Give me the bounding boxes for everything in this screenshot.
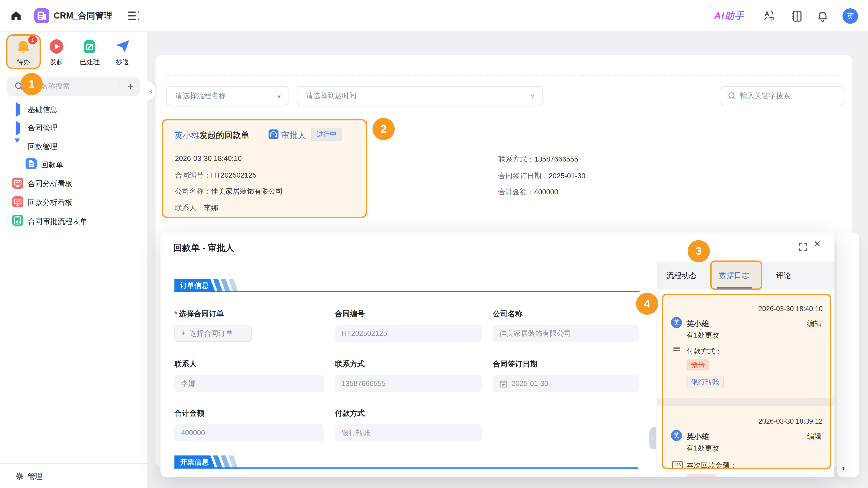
sign-date-input[interactable]: 2025-01-30 [493,375,640,392]
user-avatar[interactable]: 英 [842,8,858,24]
processed-button[interactable]: 已处理 [73,34,106,68]
status-badge: 进行中 [311,128,342,141]
processed-label: 已处理 [73,58,106,67]
cc-send-icon [115,38,131,56]
todo-badge: 1 [28,35,37,44]
sidebar: 1 待办 发起 已处理 抄送 输入名称搜索 [0,32,147,488]
log-action-edit: 编辑 [807,431,822,441]
app-title: CRM_合同管理 [54,0,112,32]
sidebar-collapse-handle[interactable]: ‹ [147,81,156,101]
card-field: 合同编号：HT202502125 [175,170,256,180]
panel-collapse-handle[interactable]: › [649,427,656,449]
drawer-expand-icon[interactable]: › [842,464,845,473]
field-label-sign-date: 合同签订日期 [493,359,537,369]
log-summary: 有1处更改 [686,443,719,453]
translate-icon[interactable]: A中 [763,9,776,25]
todo-label: 待办 [6,58,40,67]
chevron-down-icon: ∨ [277,92,281,100]
payment-doc-icon [26,158,37,169]
gear-icon [16,472,24,482]
field-label-pay-method: 付款方式 [335,408,365,418]
dotted-divider [166,75,843,76]
active-tab-underline [717,287,752,289]
log-field-name: 本次回款金额： [686,460,737,470]
log-avatar: 英 [671,430,682,441]
contact-input[interactable]: 李娜 [174,375,324,392]
initiate-play-icon [48,38,65,57]
sidebar-search-placeholder: 输入名称搜索 [27,77,70,96]
tree-arrow-down-icon[interactable] [14,143,20,153]
arrive-time-placeholder: 请选择到达时间 [306,87,356,104]
sidebar-item-payment-dashboard[interactable]: 回款分析看板 [28,197,72,207]
section-order-info: 订单信息 [174,279,340,292]
todo-button[interactable]: 1 待办 [6,34,40,68]
pay-method-input[interactable]: 银行转账 [335,424,482,442]
log-old-value-tag-clipped [686,474,717,477]
card-field: 合同签订日期：2025-01-30 [498,171,585,181]
cc-label: 抄送 [106,58,139,67]
workflow-node-icon [269,129,278,139]
contract-no-input[interactable]: HT202502125 [335,325,482,342]
card-initiator[interactable]: 英小雄 [174,130,199,141]
close-icon[interactable]: × [814,237,820,250]
top-bar: CRM_合同管理 AI助手 A中 英 [0,0,868,32]
field-label-contract-no: 合同编号 [335,309,365,319]
chevron-down-icon: ∨ [530,92,535,100]
field-label-contact: 联系人 [174,359,197,369]
log-entry-time: 2026-03-30 18:40:10 [690,305,823,313]
arrive-time-select[interactable]: 请选择到达时间 ∨ [297,86,543,105]
keyword-search-placeholder: 输入关键字搜索 [740,87,790,104]
approval-modal: 回款单 - 审批人 × 订单信息 *选择合同订单 合同编号 公司名称 +选择合同… [160,232,834,477]
calendar-icon [499,380,508,390]
tab-process-dynamics[interactable]: 流程动态 [666,262,696,289]
keyword-search[interactable]: 输入关键字搜索 [720,86,844,105]
total-amount-input[interactable]: 400000 [174,424,324,442]
flow-name-placeholder: 请选择流程名称 [176,87,226,104]
ai-assistant-button[interactable]: AI助手 [714,0,745,32]
log-action-edit: 编辑 [807,319,822,328]
sidebar-item-payment-mgmt[interactable]: 回款管理 [28,142,57,152]
tree-arrow-icon[interactable] [16,123,20,133]
card-field: 合计金额：400000 [498,187,558,197]
header-divider [29,11,29,22]
sidebar-item-approval-form[interactable]: 合同审批流程表单 [28,217,87,227]
phone-input[interactable]: 13587666555 [335,375,482,392]
sidebar-item-payment-order[interactable]: 回款单 [41,160,63,170]
select-order-button[interactable]: +选择合同订单 [174,325,252,342]
expand-icon[interactable] [799,243,807,253]
add-button[interactable]: + [127,77,133,96]
log-entry-time: 2026-03-30 18:39:12 [690,417,823,425]
sidebar-item-contract-dashboard[interactable]: 合同分析看板 [28,179,72,189]
contract-dashboard-icon [12,177,23,189]
task-card[interactable]: 英小雄 发起的回款单 审批人 进行中 2026-03-30 18:40:10 合… [162,119,842,218]
field-label-phone: 联系方式 [335,359,365,369]
search-icon [728,92,736,102]
tab-comments[interactable]: 评论 [776,262,791,289]
log-summary: 有1处更改 [686,330,719,340]
section-underline [174,291,639,292]
manage-button[interactable]: 管理 [28,471,42,482]
menu-list-icon[interactable] [128,11,140,22]
card-title: 发起的回款单 [199,130,249,141]
log-avatar: 英 [671,317,682,328]
app-root: CRM_合同管理 AI助手 A中 英 1 待办 发起 [0,0,868,488]
home-icon[interactable] [10,9,22,24]
approval-form-icon [12,215,23,226]
tree-arrow-icon[interactable] [16,105,20,115]
tab-data-log[interactable]: 数据日志 [719,262,749,289]
field-list-icon [673,348,680,353]
sidebar-item-basic-info[interactable]: 基础信息 [28,105,57,115]
notification-bell-icon[interactable] [816,9,829,25]
company-input[interactable]: 佳美家居装饰有限公司 [493,325,640,342]
sidebar-item-contract-mgmt[interactable]: 合同管理 [28,123,57,133]
section-underline [174,467,638,468]
initiate-button[interactable]: 发起 [40,34,73,68]
modal-tab-bar: 流程动态 数据日志 评论 [657,262,834,289]
right-drawer[interactable]: › [837,232,859,477]
notebook-icon[interactable] [790,9,804,25]
sidebar-search[interactable]: 输入名称搜索 + [6,77,140,96]
cc-button[interactable]: 抄送 [106,34,139,68]
flow-name-select[interactable]: 请选择流程名称 ∨ [166,86,288,105]
modal-title: 回款单 - 审批人 [174,242,235,254]
field-label-select-order: *选择合同订单 [174,309,224,319]
